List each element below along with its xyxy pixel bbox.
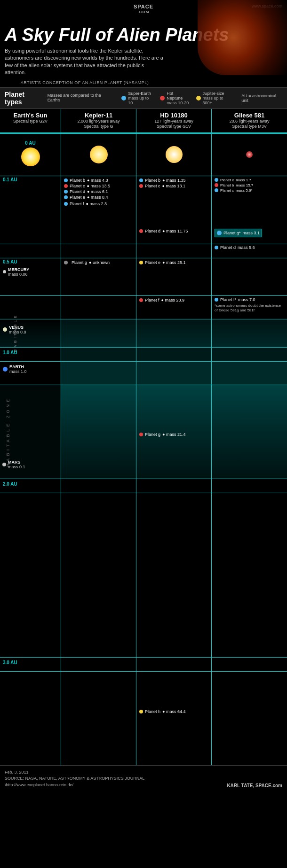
- venus-cell: VENUS mass 0.8 HABITABLE: [0, 319, 61, 347]
- gliese-sub1: 20.6 light-years away: [215, 119, 283, 124]
- kepler-earth-cell: [61, 361, 136, 385]
- planet-d-label: Planet d: [70, 189, 85, 194]
- hd-earth-cell: [136, 361, 212, 385]
- planet-b-label: Planet b: [70, 178, 85, 183]
- planet-image: [198, 0, 287, 75]
- gliese-30-cell: [212, 657, 287, 671]
- earth-gliese-d-cell: [0, 244, 61, 258]
- venus-dot: [3, 327, 7, 332]
- gliese-hab-cell: [212, 385, 287, 479]
- gliese-d-cell: Planet d mass 5.6: [212, 244, 287, 258]
- planet-f-label: Planet f: [70, 202, 84, 206]
- planet-b-dot: [64, 178, 68, 182]
- hd-e-mass: ● mass 25.1: [162, 260, 185, 265]
- gliese-c-label: Planet c: [220, 188, 234, 193]
- hd-gliese-d-cell: [136, 244, 212, 258]
- gliese-d-label: Planet d: [220, 245, 236, 250]
- hd-planet-h: Planet h ● mass 64.4: [139, 709, 208, 714]
- hd-30-cell: [136, 657, 212, 671]
- footer-credit: KARL TATE, SPACE.com: [227, 783, 282, 788]
- hd-star-cell: [136, 134, 212, 176]
- gliese-planet-c: Planet c mass 5.6*: [215, 188, 284, 193]
- hd-planet-f: Planet f ● mass 23.9: [139, 298, 208, 302]
- kepler-hab-cell: [61, 385, 136, 479]
- au-10-label: 1.0 AU: [3, 350, 17, 355]
- au-05-label: 0.5 AU: [3, 259, 17, 264]
- kepler-sub1: 2,000 light-years away: [65, 119, 132, 124]
- gliese-20-cell: [212, 479, 287, 493]
- hd-b-mass: ● mass 1.35: [162, 178, 185, 183]
- au-30-label: 3.0 AU: [3, 660, 17, 665]
- planet-e-mass: ● mass 8.4: [87, 195, 108, 200]
- earth-sun-sub: Spectral type G2V: [4, 119, 57, 124]
- legend: Planet types Masses are compared to the …: [0, 87, 287, 109]
- hd-g-dot: [139, 433, 143, 436]
- gliese-b-dot: [215, 183, 218, 187]
- au-0-section: 0 AU: [0, 133, 287, 176]
- footer-date: Feb. 3, 2011: [5, 769, 144, 776]
- au-20-30-section: [0, 493, 287, 657]
- hd-f-dot: [139, 298, 143, 302]
- hd-b-label: Planet b: [145, 178, 160, 183]
- au-note: AU = astronomical unit: [241, 93, 282, 103]
- au-30-label-cell: 3.0 AU: [0, 657, 61, 671]
- kepler-20-cell: [61, 479, 136, 493]
- kepler-planet-e: Planet e ● mass 8.4: [64, 195, 133, 200]
- hot-neptune-dot: [160, 96, 165, 101]
- hd-d-mass: ● mass 11.75: [162, 229, 188, 233]
- kepler-star: [90, 146, 108, 163]
- col-earth-sun: Earth's Sun Spectral type G2V: [0, 109, 61, 132]
- planet-e-dot: [64, 195, 68, 199]
- habitable-zone-label: HABITABLE ZONE: [6, 397, 10, 467]
- column-headers: Earth's Sun Spectral type G2V Kepler-11 …: [0, 109, 287, 133]
- kepler-gliese-d-cell: [61, 244, 136, 258]
- au-0-label: 0 AU: [25, 140, 35, 146]
- hd-g-mass: ● mass 21.4: [162, 432, 185, 437]
- kepler-05-cell: Planet g ● unknown: [61, 258, 136, 295]
- earth-planet-h-cell: [0, 671, 61, 765]
- hd-sub2: Spectral type G1V: [140, 124, 207, 130]
- kepler-hd-d-cell: [61, 227, 136, 244]
- kepler-20-30-cell: [61, 493, 136, 657]
- gliese-b-label: Planet b: [220, 183, 234, 187]
- gliese-10-label-cell: [212, 347, 287, 361]
- legend-hot-neptune: Hot Neptunemass 10-20: [160, 91, 189, 105]
- jupiter-label: Jupiter-sizemass up to 300+: [203, 91, 232, 105]
- hd-hab-cell: Planet g ● mass 21.4: [136, 385, 212, 479]
- gliese-c-mass: mass 5.6*: [236, 188, 253, 193]
- mercury-cell: 0.5 AU MERCURY mass 0.06: [0, 258, 61, 295]
- gliese-sub2: Spectral type M3V: [215, 124, 283, 130]
- legend-super-earth: Super-Earthmass up to 10: [121, 91, 153, 105]
- hd-f-section: Planet f ● mass 23.9 Planet f* mass 7.0 …: [0, 295, 287, 319]
- kepler-01-cell: Planet b ● mass 4.3 Planet c ● mass 13.5…: [61, 176, 136, 227]
- hd-c-label: Planet c: [145, 184, 160, 188]
- kepler-30-cell: [61, 657, 136, 671]
- kepler-sub2: Spectral type G: [65, 124, 132, 130]
- image-credit: ARTIST'S CONCEPTION OF AN ALIEN PLANET (…: [5, 80, 165, 85]
- kepler-title: Kepler-11: [65, 112, 132, 119]
- jupiter-dot: [196, 96, 201, 101]
- hd-planet-e: Planet e ● mass 25.1: [139, 260, 208, 265]
- kepler-g-label: Planet g: [72, 260, 87, 265]
- main-grid: Earth's Sun Spectral type G2V Kepler-11 …: [0, 109, 287, 765]
- col-kepler11: Kepler-11 2,000 light-years away Spectra…: [61, 109, 136, 132]
- earth-hd-f-cell: [0, 295, 61, 319]
- hd-b-dot: [139, 178, 143, 182]
- hd-10-cell: [136, 319, 212, 347]
- gliese-planet-d: Planet d mass 5.6: [215, 245, 284, 250]
- hot-neptune-label: Hot Neptunemass 10-20: [167, 91, 189, 105]
- mercury-name: MERCURY: [8, 267, 29, 272]
- au-01-label: 0.1 AU: [3, 177, 17, 182]
- kepler-10-label-cell: [61, 347, 136, 361]
- gliese-star-cell: [212, 134, 287, 176]
- legend-items: Super-Earthmass up to 10 Hot Neptunemass…: [121, 91, 232, 105]
- planet-b-mass: ● mass 4.3: [87, 178, 108, 183]
- planet-c-label: Planet c: [70, 184, 85, 188]
- subtitle: By using powerful astronomical tools lik…: [5, 47, 165, 77]
- hd-e-dot: [139, 261, 143, 264]
- gliese-d-mass: mass 5.6: [238, 245, 255, 250]
- earth-hab-cell: HABITABLE ZONE MARS mass 0.1: [0, 385, 61, 479]
- earth-star-cell: 0 AU: [0, 134, 61, 176]
- gliese-e-label: Planet e: [220, 178, 234, 182]
- hd-title: HD 10180: [140, 112, 207, 119]
